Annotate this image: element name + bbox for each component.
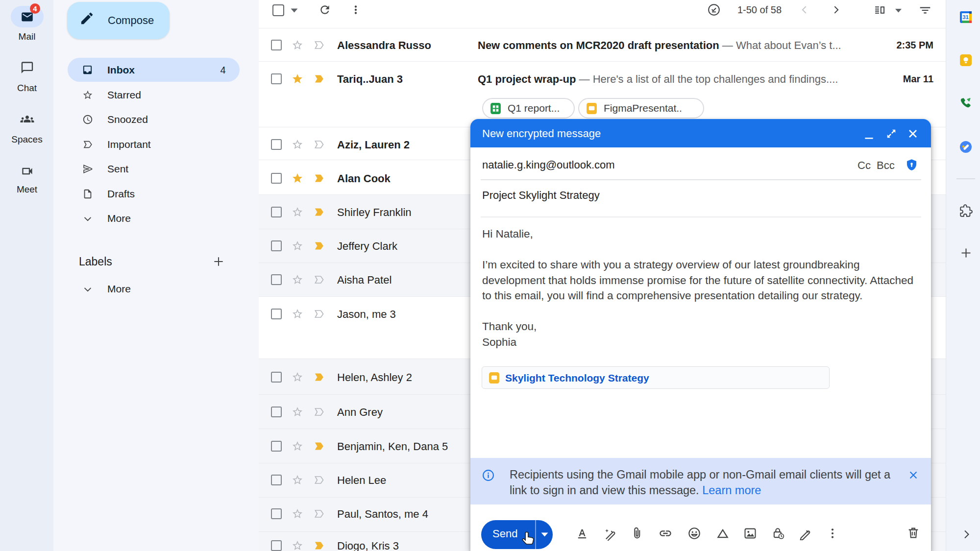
svg-text:31: 31	[962, 14, 969, 20]
